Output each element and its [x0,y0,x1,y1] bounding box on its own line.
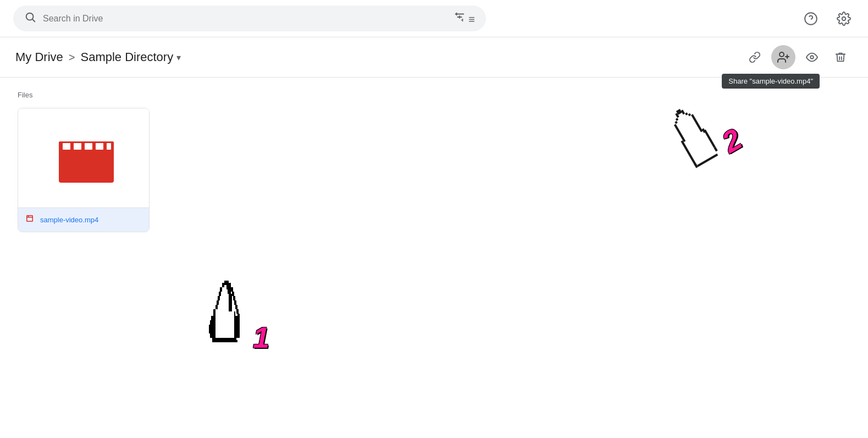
copy-link-button[interactable] [743,45,767,69]
svg-rect-60 [237,333,240,338]
svg-rect-34 [210,333,239,338]
svg-rect-33 [209,329,240,333]
filter-icon[interactable]: ≡ [454,11,475,26]
svg-point-10 [842,17,846,20]
file-grid: sample-video.mp4 [18,108,850,232]
svg-rect-29 [213,311,235,316]
svg-rect-38 [218,294,229,298]
svg-point-11 [779,52,784,57]
svg-rect-19 [85,143,92,150]
svg-rect-52 [217,300,219,305]
svg-rect-51 [233,296,235,300]
svg-rect-55 [235,305,237,309]
help-button[interactable] [800,8,822,30]
svg-rect-42 [213,311,234,338]
search-input[interactable] [43,14,447,24]
cursor-annotation-1: 1 [203,281,258,349]
preview-button[interactable] [800,45,824,69]
svg-rect-15 [59,147,114,183]
svg-rect-59 [213,338,215,342]
svg-rect-49 [232,292,234,296]
share-button[interactable] [771,45,795,69]
svg-rect-43 [224,281,229,285]
video-thumbnail-icon [56,136,111,180]
file-type-icon [25,213,35,226]
svg-rect-44 [222,283,224,287]
main-content: Files [0,78,868,245]
breadcrumb-dropdown-arrow[interactable]: ▾ [176,52,181,63]
search-icon [24,11,36,26]
header-right [800,8,855,30]
breadcrumb-current-folder[interactable]: Sample Directory ▾ [80,50,181,64]
svg-rect-24 [220,289,231,294]
step1-label: 1 [253,322,269,352]
svg-rect-18 [74,143,81,150]
svg-rect-31 [210,320,239,325]
svg-rect-46 [220,287,222,292]
svg-rect-39 [217,298,229,303]
svg-rect-53 [234,300,236,305]
file-label: sample-video.mp4 [18,207,149,232]
svg-rect-22 [224,281,229,285]
svg-rect-47 [231,287,233,292]
svg-rect-20 [96,143,103,150]
file-preview [18,108,149,207]
svg-rect-30 [211,316,237,320]
svg-rect-27 [217,303,232,307]
breadcrumb-root[interactable]: My Drive [15,50,63,64]
svg-point-8 [805,13,817,25]
svg-rect-35 [212,338,236,342]
step1-cursor: 1 [203,281,258,347]
svg-rect-58 [237,314,240,333]
svg-rect-45 [229,283,231,287]
app-header: ≡ [0,0,868,37]
svg-rect-56 [213,309,215,340]
svg-rect-41 [214,307,229,338]
svg-rect-48 [219,292,221,296]
delete-button[interactable] [828,45,853,69]
file-card[interactable]: sample-video.mp4 [18,108,150,232]
svg-rect-26 [218,298,232,303]
svg-line-1 [32,19,35,21]
svg-rect-37 [219,289,228,294]
settings-button[interactable] [833,8,855,30]
svg-rect-25 [219,294,232,298]
svg-rect-40 [215,303,229,307]
svg-rect-32 [209,325,240,329]
breadcrumb-separator: > [67,51,78,64]
svg-rect-28 [215,307,232,311]
svg-rect-61 [215,340,237,342]
search-bar[interactable]: ≡ [13,6,486,31]
svg-rect-36 [220,285,226,289]
svg-rect-54 [215,305,218,309]
svg-rect-17 [63,143,70,150]
file-name: sample-video.mp4 [40,216,98,224]
breadcrumb-actions: Share "sample-video.mp4" [743,45,853,69]
breadcrumb-row: My Drive > Sample Directory ▾ [0,37,868,78]
share-tooltip: Share "sample-video.mp4" [722,74,820,89]
svg-rect-50 [218,296,220,300]
svg-rect-21 [107,143,111,150]
svg-point-14 [810,56,814,59]
svg-rect-23 [222,285,231,289]
breadcrumb-current-label: Sample Directory [80,50,173,64]
section-label: Files [18,91,850,99]
breadcrumb: My Drive > Sample Directory ▾ [15,50,181,64]
svg-rect-57 [236,309,239,314]
